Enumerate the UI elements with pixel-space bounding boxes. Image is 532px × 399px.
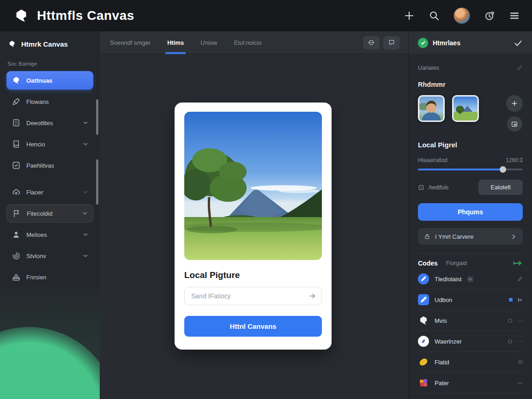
landscape-thumbnail[interactable] [452,95,479,122]
search-icon[interactable] [429,10,440,21]
arrow-right-icon[interactable] [513,260,523,266]
item-trailing: ··· [507,317,523,324]
sidebar-item-paehlitvas[interactable]: Paehlitvas [6,156,93,175]
tab-bar: Soeondf smger Htims Uniow Etul:noicio [100,31,408,54]
sidebar-item-label: Deeotlites [26,120,53,127]
comment-icon [388,39,395,46]
sidebar-header: Htmrk Canvas [0,31,100,48]
card-primary-button[interactable]: Httnl Canvans [184,316,322,337]
sidebar-item-label: Hencio [26,141,45,148]
blue-dot-badge [509,298,513,302]
blocks-icon [418,377,429,388]
square-badge-icon [418,184,424,191]
sidebar-item-flowans[interactable]: Flowans [6,92,93,111]
schedule-left: .hedtfuls [418,184,448,191]
user-avatar[interactable] [453,7,470,24]
slider-handle[interactable] [500,166,506,173]
list-item-flatid[interactable]: Flatid Irl [418,352,523,373]
list-item-waerlnzer[interactable]: Waerlnzer ··· [418,331,523,352]
variants-label: Uariaies [418,65,439,71]
secondary-action-button[interactable]: I Ymrl Carvere [418,228,523,245]
chevron-down-icon [82,211,88,216]
schedule-button[interactable]: Ealotefi [478,180,523,195]
list-item-udbon[interactable]: Udbon [418,290,523,310]
compass-icon [418,336,429,347]
history-icon[interactable] [484,10,495,21]
app-title: Httmfls Canvas [37,8,134,23]
list-item-label: Flatid [435,359,449,366]
leaf-icon [418,357,429,368]
landscape-scene [184,112,322,260]
chevron-right-icon [511,234,517,240]
sidebar-scrollbar-thumb[interactable] [96,99,98,135]
toggle-theme-button[interactable] [363,36,380,49]
resolution-slider[interactable] [418,169,523,170]
logo-icon [12,76,21,85]
circle-strike-icon [368,39,375,46]
chevron-down-icon [83,232,88,237]
tab-htims[interactable]: Htims [167,31,184,54]
menu-icon[interactable] [509,10,520,21]
sidebar-item-deeotlites[interactable]: Deeotlites [6,114,93,132]
prompt-input[interactable] [184,287,322,305]
checkbox-icon [12,161,21,170]
list-item-label: Mvis [435,317,447,324]
local-section-title: Local Pigrel [418,141,523,149]
sidebar-item-flaoer[interactable]: Flaoer [6,183,93,201]
sidebar-item-stvlonv[interactable]: Stvlonv [6,247,93,265]
green-glow-blob [0,327,100,399]
sidebar-item-fnrsien[interactable]: Fnrsien [6,268,93,286]
sidebar-item-oattnuas[interactable]: Oattnuas [6,71,93,90]
sidebar-item-hencio[interactable]: Hencio [6,135,93,153]
pencil-icon[interactable] [517,276,523,282]
sidebar-item-label: Paehlitvas [26,162,54,169]
add-variant-button[interactable] [506,95,523,112]
app-logo-icon [12,7,30,24]
cloud-upload-icon [12,187,21,197]
tab-uniow[interactable]: Uniow [200,31,217,54]
brand: Httmfls Canvas [12,7,134,24]
list-item-mvis[interactable]: Mvis ··· [418,310,523,331]
list-item-tledlolaist[interactable]: Tledlolaist m [418,269,523,290]
sidebar: Htmrk Canvas Soc Bainlge Oattnuas Flowan… [0,31,100,399]
portrait-thumbnail[interactable] [418,95,445,122]
chevron-down-icon [83,253,88,259]
item-trailing [517,276,523,282]
frame-button[interactable] [507,116,522,132]
list-item-pater[interactable]: Pater — [418,373,523,393]
sidebar-scrollbar-thumb[interactable] [96,159,98,205]
codes-subtitle[interactable]: Fiorgaid [446,260,467,266]
main-area: Soeondf smger Htims Uniow Etul:noicio [100,31,408,399]
plus-icon [511,100,518,107]
ellipsis[interactable]: ··· [517,317,523,324]
apply-button[interactable]: Phqums [418,203,523,221]
check-icon[interactable] [514,38,523,48]
landscape-image [184,112,322,260]
plus-icon[interactable] [404,10,415,21]
send-icon[interactable] [308,292,316,300]
app-window: Httmfls Canvas Htmrk Canvas Soc Bainlge … [0,0,532,399]
thumbnail-buttons [506,95,523,132]
tab-soeondf[interactable]: Soeondf smger [110,31,151,54]
right-panel-title: Htmrlaes [433,39,460,47]
right-panel: Htmrlaes Uariaies Rhdmmr [408,31,532,399]
edit-pencil-icon[interactable] [516,65,523,71]
pin-icon[interactable] [517,297,523,303]
sidebar-item-melioes[interactable]: Melioes [6,225,93,244]
sidebar-item-label: Fitecoldid [27,210,53,217]
sidebar-item-fitecoldid[interactable]: Fitecoldid [6,204,93,223]
shape-icon [12,251,21,260]
schedule-label: .hedtfuls [428,184,448,191]
lock-icon [424,233,430,240]
chevron-down-icon [83,120,88,126]
codes-title[interactable]: Codes [418,260,438,267]
item-trailing [509,297,523,303]
canvas-card: Local Pigture Httnl Canvans [175,103,332,350]
tab-etulnoicio[interactable]: Etul:noicio [234,31,261,54]
sidebar-logo-icon [7,40,17,48]
sidebar-item-label: Melioes [26,231,47,238]
chevron-down-icon [83,141,88,147]
ellipsis[interactable]: ··· [517,338,523,345]
comment-button[interactable] [383,36,400,49]
variants-row: Uariaies [418,65,523,71]
